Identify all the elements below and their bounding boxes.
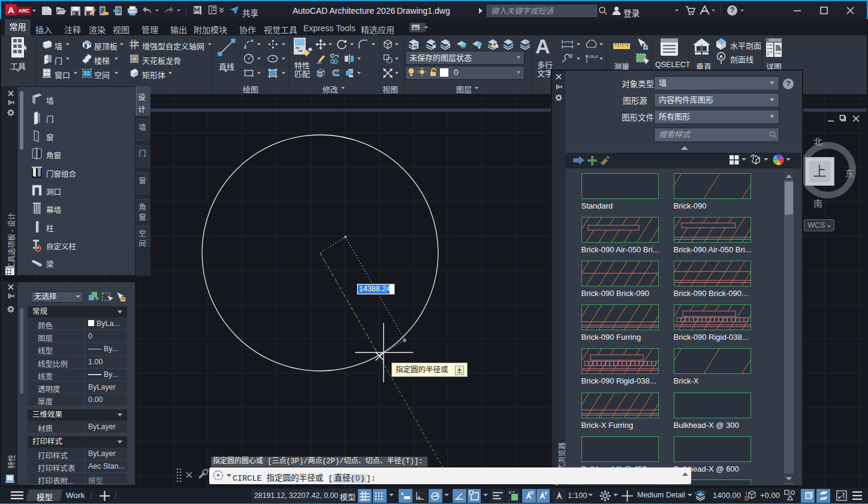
svg-text:z: z bbox=[745, 490, 748, 495]
svg-text:09-A: 09-A bbox=[589, 55, 598, 59]
